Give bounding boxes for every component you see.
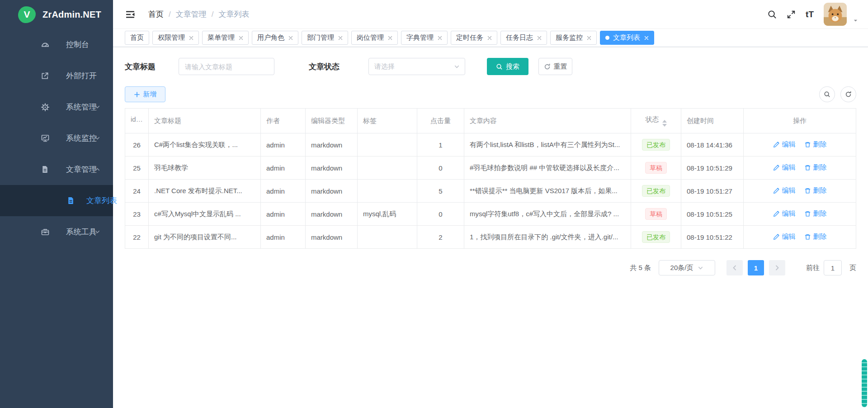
font-size-icon[interactable]: tT [806,10,814,19]
edit-link[interactable]: 编辑 [773,140,796,149]
tab-dept-mgmt[interactable]: 部门管理 [302,31,348,45]
table-row: 23c#写入Mysql中文显示乱码 ...adminmarkdownmysql,… [125,203,856,226]
show-search-button[interactable] [819,86,835,102]
page-number-1[interactable]: 1 [748,260,764,275]
edit-link[interactable]: 编辑 [773,186,796,195]
sidebar-item-system-tools[interactable]: 系统工具 [0,216,113,247]
article-status-select[interactable]: 请选择 [368,58,465,75]
delete-label: 删除 [813,163,827,172]
tab-close-icon[interactable] [388,36,392,40]
tab-user-role[interactable]: 用户角色 [252,31,298,45]
external-link-icon [41,71,50,81]
tab-close-icon[interactable] [239,36,243,40]
monitor-icon [41,134,50,143]
edit-link[interactable]: 编辑 [773,232,796,241]
tab-service-monitor[interactable]: 服务监控 [550,31,597,45]
sidebar-item-article-list[interactable]: 文章列表 [0,185,113,216]
tab-dict-mgmt[interactable]: 字典管理 [401,31,448,45]
sidebar-collapse-icon[interactable] [125,9,136,20]
tab-close-icon[interactable] [288,36,293,40]
delete-link[interactable]: 删除 [804,163,827,172]
edit-link[interactable]: 编辑 [773,163,796,172]
tab-post-mgmt[interactable]: 岗位管理 [351,31,398,45]
tab-cron-task[interactable]: 定时任务 [451,31,497,45]
cell-status: 草稿 [631,157,681,180]
sidebar-item-dashboard[interactable]: 控制台 [0,29,113,60]
article-title-label: 文章标题 [125,62,156,72]
avatar[interactable] [824,3,847,26]
chevron-down-icon [698,265,703,271]
tab-close-icon[interactable] [338,36,343,40]
sidebar-item-article-admin[interactable]: 文章管理 [0,154,113,185]
next-page-button[interactable] [769,260,785,275]
sidebar-item-external-open[interactable]: 外部打开 [0,60,113,91]
search-icon[interactable] [767,9,777,19]
cell-hits: 5 [417,180,464,203]
topbar-right: tT [767,3,858,26]
search-button[interactable]: 搜索 [487,58,528,75]
tab-close-icon[interactable] [487,36,492,40]
prev-page-button[interactable] [726,260,743,275]
tab-close-icon[interactable] [189,36,193,40]
column-label: 编辑器类型 [311,117,345,124]
chevron-down-icon[interactable] [853,18,858,23]
refresh-table-button[interactable] [840,86,856,102]
sidebar-item-system-admin[interactable]: 系统管理 [0,91,113,123]
column-header-id[interactable]: id [125,109,149,133]
table-header-row: id文章标题作者编辑器类型标签点击量文章内容状态创建时间操作 [125,109,856,133]
cell-ops: 编辑删除 [744,180,856,203]
cell-tags [358,180,417,203]
column-header-ops: 操作 [744,109,856,133]
scrollbar-thumb[interactable] [862,359,867,407]
search-icon [496,63,503,70]
column-label: 文章标题 [154,117,181,124]
column-header-hits: 点击量 [417,109,464,133]
cell-editor: markdown [306,157,358,180]
cell-title: .NET Core 发布时提示.NET... [149,180,261,203]
tab-permission[interactable]: 权限管理 [152,31,199,45]
cell-author: admin [261,157,306,180]
sort-carets-icon[interactable] [662,120,667,127]
goto-page-input[interactable] [824,260,842,275]
tab-article-list[interactable]: 文章列表 [600,31,654,45]
pencil-icon [773,187,780,194]
delete-link[interactable]: 删除 [804,140,827,149]
tab-close-icon[interactable] [438,36,442,40]
submenu: 文章列表 [0,185,113,216]
table-toolbar: 新增 [125,86,856,102]
tab-menu-mgmt[interactable]: 菜单管理 [202,31,249,45]
tab-job-log[interactable]: 任务日志 [500,31,547,45]
reset-button[interactable]: 重置 [538,58,572,75]
column-header-status[interactable]: 状态 [631,109,681,133]
refresh-icon [544,63,551,70]
main-area: 首页文章管理文章列表 tT [113,0,868,408]
trash-icon [804,233,811,240]
delete-link[interactable]: 删除 [804,232,827,241]
cell-status: 已发布 [631,226,681,249]
add-button[interactable]: 新增 [125,86,165,102]
sidebar-item-system-monitor[interactable]: 系统监控 [0,123,113,154]
breadcrumb: 首页文章管理文章列表 [148,9,249,19]
sidebar-item-label: 系统管理 [66,102,97,112]
breadcrumb-item[interactable]: 首页 [148,9,176,19]
app-logo[interactable]: V ZrAdmin.NET [0,0,113,29]
tab-label: 权限管理 [158,33,185,42]
delete-link[interactable]: 删除 [804,186,827,195]
status-badge: 已发布 [642,231,670,243]
cell-title: git 为不同的项目设置不同... [149,226,261,249]
cell-content: 1，找到项目所在目录下的 .git/文件夹，进入.git/... [464,226,631,249]
tab-home[interactable]: 首页 [125,31,149,45]
fullscreen-icon[interactable] [787,10,796,19]
article-title-input[interactable] [179,58,274,75]
edit-label: 编辑 [782,163,796,172]
edit-link[interactable]: 编辑 [773,209,796,218]
page-size-select[interactable]: 20条/页 [659,260,715,275]
pencil-icon [773,141,780,148]
tab-close-icon[interactable] [644,36,649,40]
tab-close-icon[interactable] [537,36,542,40]
tab-close-icon[interactable] [587,36,591,40]
app-title: ZrAdmin.NET [42,9,101,20]
cell-hits: 0 [417,203,464,226]
delete-link[interactable]: 删除 [804,209,827,218]
cell-id: 22 [125,226,149,249]
